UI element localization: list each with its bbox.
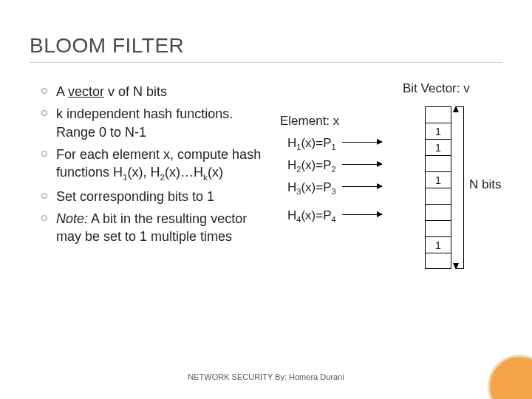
bit-cell: [425, 253, 451, 269]
sub: 2: [332, 165, 336, 174]
bit-cell: [425, 106, 451, 123]
hash-fn-row: H4(x)=P4: [287, 208, 382, 224]
diagram: Bit Vector: v Element: x H1(x)=P1 H2(x)=…: [277, 81, 521, 303]
n-bits-label: N bits: [469, 177, 501, 192]
bit-cell: 1: [425, 123, 451, 139]
underline-vector: vector: [68, 84, 104, 99]
text: (x)=P: [301, 180, 331, 194]
decor-circle-icon: [488, 355, 532, 399]
text: (x): [208, 165, 223, 180]
text: H: [287, 208, 296, 222]
arrow-icon: [342, 164, 382, 165]
text: (x)=P: [301, 158, 331, 172]
sub: 4: [332, 215, 336, 224]
text: H: [287, 136, 296, 150]
bit-cell: [425, 188, 451, 204]
text: (x)…H: [165, 165, 203, 180]
footer-text: NETWORK SECURITY By: Homera Durani: [0, 372, 532, 381]
bit-vector: 1 1 1 1: [425, 106, 451, 269]
arrow-icon: [342, 142, 382, 143]
bit-cell: 1: [425, 171, 451, 188]
text: v of N bits: [104, 84, 167, 99]
text: H: [287, 158, 296, 172]
italic-note: Note:: [56, 211, 88, 226]
text: H: [287, 180, 296, 194]
bit-cell: 1: [425, 139, 451, 155]
bit-cell: [425, 155, 451, 171]
title-rule: [30, 62, 502, 63]
text: (x), H: [128, 165, 160, 180]
text: (x)=P: [301, 136, 331, 150]
n-bits-bracket: [456, 106, 463, 269]
element-label: Element: x: [280, 114, 339, 129]
bullet-item: k independent hash functions. Range 0 to…: [40, 105, 272, 141]
slide: { "title": "BLOOM FILTER", "bullets": { …: [0, 0, 532, 399]
hash-fn-row: H1(x)=P1: [287, 136, 382, 151]
bullet-item: Set corresponding bits to 1: [40, 188, 272, 205]
hash-fn-row: H3(x)=P3: [287, 180, 382, 196]
bullet-list: A vector v of N bits k independent hash …: [40, 83, 272, 250]
bit-cell: [425, 204, 451, 220]
bit-cell: [425, 220, 451, 236]
text: A: [56, 84, 68, 99]
arrow-icon: [342, 186, 382, 187]
sub: 1: [332, 143, 336, 151]
bullet-item: Note: A bit in the resulting vector may …: [40, 210, 272, 246]
bit-cell: 1: [425, 236, 451, 253]
sub: 3: [332, 187, 336, 196]
bullet-item: A vector v of N bits: [40, 83, 272, 100]
bitvector-label: Bit Vector: v: [403, 81, 470, 96]
bullet-item: For each element x, compute hash functio…: [40, 146, 272, 183]
text: (x)=P: [301, 208, 331, 222]
slide-title: BLOOM FILTER: [30, 34, 184, 58]
arrow-icon: [342, 214, 382, 215]
hash-fn-row: H2(x)=P2: [287, 158, 382, 174]
